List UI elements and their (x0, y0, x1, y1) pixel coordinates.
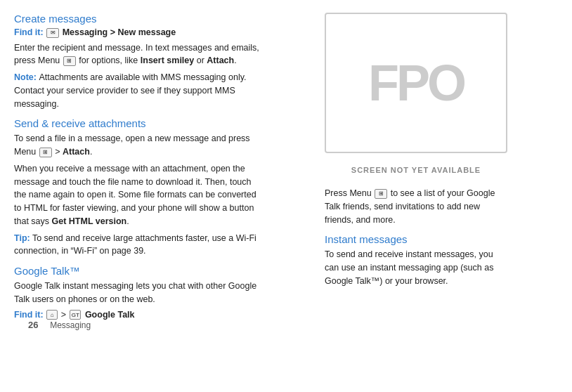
find-it-label: Find it: (14, 27, 44, 37)
instant-messages-section: Instant messages To send and receive ins… (325, 233, 507, 294)
tip-send-receive: Tip: To send and receive large attachmen… (14, 232, 260, 259)
tip-text: To send and receive large attachments fa… (14, 233, 256, 256)
section-create-messages: Create messages Find it: ✉ Messaging > N… (14, 13, 260, 110)
find-it-home-icon: ⌂ (46, 310, 60, 320)
find-it-path: Messaging > New message (63, 27, 176, 37)
find-it-google-talk: Find it: ⌂ > GT Google Talk (14, 310, 260, 320)
section-google-talk: Google Talk™ Google Talk instant messagi… (14, 265, 260, 320)
section-title-google-talk: Google Talk™ (14, 265, 260, 277)
fpo-label: FPO (368, 54, 464, 112)
find-it-create-messages: Find it: ✉ Messaging > New message (14, 27, 260, 38)
send-receive-para2: When you receive a message with an attac… (14, 162, 260, 228)
footer-section: Messaging (50, 320, 91, 330)
section-title-create-messages: Create messages (14, 13, 260, 25)
note-create-messages: Note: Attachments are available with MMS… (14, 71, 260, 110)
press-menu-label: Press Menu (325, 188, 372, 198)
create-messages-body: Enter the recipient and message. In text… (14, 41, 260, 68)
section-send-receive: Send & receive attachments To send a fil… (14, 117, 260, 258)
google-talk-body: Google Talk instant messaging lets you c… (14, 280, 260, 306)
find-it-label-gt: Find it: (14, 310, 44, 320)
send-receive-para1: To send a file in a message, open a new … (14, 132, 260, 159)
footer-page-number: 26 (28, 320, 38, 330)
instant-messages-body: To send and receive instant messages, yo… (325, 248, 507, 287)
menu-icon-2: ⊞ (39, 148, 52, 157)
screen-not-available-label: SCREEN NOT YET AVAILABLE (351, 166, 481, 174)
google-talk-icon: GT (70, 310, 81, 320)
page-footer: 26 Messaging (28, 320, 274, 330)
note-text: Attachments are available with MMS messa… (14, 72, 246, 109)
tip-label: Tip: (14, 233, 30, 243)
messaging-icon: ✉ (46, 28, 59, 38)
instant-messages-title: Instant messages (325, 233, 507, 245)
menu-icon-1: ⊞ (63, 56, 76, 66)
find-it-icon-messaging: ✉ (46, 27, 62, 37)
menu-icon-3: ⊞ (375, 189, 387, 199)
press-menu-text: Press Menu ⊞ to see a list of your Googl… (325, 187, 507, 226)
fpo-image-container: FPO (325, 13, 507, 153)
section-title-send-receive: Send & receive attachments (14, 117, 260, 129)
note-label: Note: (14, 72, 39, 82)
find-it-path-gt: Google Talk (85, 310, 135, 320)
home-icon: ⌂ (46, 310, 58, 320)
left-column: Create messages Find it: ✉ Messaging > N… (14, 13, 274, 385)
page: Create messages Find it: ✉ Messaging > N… (0, 0, 572, 392)
right-column: FPO SCREEN NOT YET AVAILABLE Press Menu … (274, 13, 558, 385)
